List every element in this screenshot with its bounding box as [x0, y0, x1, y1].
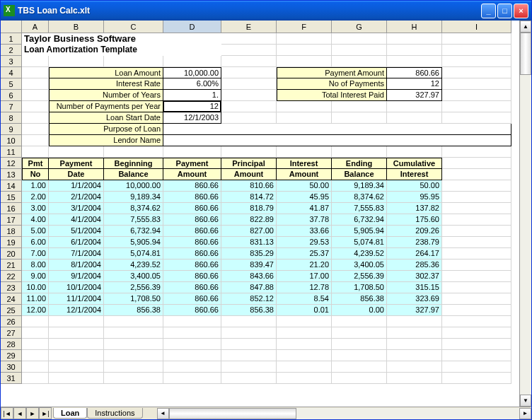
cell[interactable] — [442, 90, 511, 101]
cell[interactable] — [221, 101, 277, 112]
table-cell[interactable]: 860.66 — [163, 192, 221, 203]
cell[interactable] — [387, 316, 442, 327]
table-cell[interactable]: 12.00 — [22, 305, 49, 316]
input-value[interactable]: 1. — [163, 90, 221, 101]
cell[interactable] — [442, 146, 511, 158]
table-cell[interactable]: 814.72 — [221, 192, 277, 203]
scroll-up-button[interactable]: ▲ — [520, 21, 531, 33]
cell[interactable] — [22, 90, 49, 101]
cell[interactable] — [442, 271, 511, 282]
table-cell[interactable]: 839.47 — [221, 259, 277, 271]
first-sheet-button[interactable]: |◄ — [1, 407, 13, 419]
cell[interactable] — [221, 146, 277, 158]
cell[interactable] — [442, 316, 511, 327]
table-cell[interactable]: 2,556.39 — [332, 271, 387, 282]
table-header[interactable]: Pmt — [22, 158, 49, 169]
cell[interactable] — [221, 112, 277, 124]
output-label[interactable]: No of Payments — [277, 78, 387, 90]
table-cell[interactable]: 860.66 — [163, 203, 221, 214]
cell[interactable] — [442, 226, 511, 237]
vscroll-track[interactable] — [520, 33, 531, 395]
cell[interactable] — [49, 373, 104, 384]
table-cell[interactable]: 238.79 — [387, 237, 442, 248]
cell[interactable] — [49, 146, 104, 158]
cell[interactable] — [104, 316, 163, 327]
row-header-8[interactable]: 8 — [1, 112, 22, 124]
cell[interactable] — [163, 146, 221, 158]
table-cell[interactable]: 12.78 — [277, 282, 332, 293]
last-sheet-button[interactable]: ►| — [39, 407, 52, 419]
table-header[interactable]: Date — [49, 169, 104, 180]
cell[interactable] — [104, 56, 163, 67]
sheet-tab-loan[interactable]: Loan — [53, 408, 87, 419]
table-cell[interactable]: 818.79 — [221, 203, 277, 214]
vscroll-thumb[interactable] — [520, 33, 531, 75]
cell[interactable] — [442, 214, 511, 226]
row-header-18[interactable]: 18 — [1, 226, 22, 237]
cell[interactable] — [163, 350, 221, 361]
table-cell[interactable]: 323.69 — [387, 293, 442, 305]
cell[interactable] — [442, 78, 511, 90]
cell[interactable] — [387, 45, 442, 56]
cell[interactable] — [277, 361, 332, 373]
table-cell[interactable]: 1.00 — [22, 180, 49, 192]
cell[interactable] — [442, 237, 511, 248]
table-cell[interactable]: 860.66 — [163, 214, 221, 226]
col-header-E[interactable]: E — [221, 21, 277, 33]
table-cell[interactable]: 2/1/2004 — [49, 192, 104, 203]
row-header-6[interactable]: 6 — [1, 90, 22, 101]
cell[interactable] — [22, 78, 49, 90]
cell[interactable] — [104, 373, 163, 384]
table-cell[interactable]: 843.66 — [221, 271, 277, 282]
table-cell[interactable]: 21.20 — [277, 259, 332, 271]
table-cell[interactable]: 0.01 — [277, 305, 332, 316]
row-header-24[interactable]: 24 — [1, 293, 22, 305]
cell[interactable] — [22, 56, 49, 67]
table-header[interactable]: No — [22, 169, 49, 180]
table-cell[interactable]: 856.38 — [221, 305, 277, 316]
cell[interactable] — [22, 135, 49, 146]
table-cell[interactable]: 6/1/2004 — [49, 237, 104, 248]
table-cell[interactable]: 822.89 — [221, 214, 277, 226]
table-cell[interactable]: 327.97 — [387, 305, 442, 316]
cell[interactable] — [221, 67, 277, 78]
table-cell[interactable]: 175.60 — [387, 214, 442, 226]
table-cell[interactable]: 856.38 — [332, 293, 387, 305]
table-cell[interactable]: 41.87 — [277, 203, 332, 214]
cell[interactable] — [332, 350, 387, 361]
table-cell[interactable]: 4,239.52 — [104, 259, 163, 271]
table-cell[interactable]: 8.00 — [22, 259, 49, 271]
output-value[interactable]: 327.97 — [387, 90, 442, 101]
cell[interactable] — [442, 350, 511, 361]
table-header[interactable]: Amount — [277, 169, 332, 180]
table-cell[interactable]: 264.17 — [387, 248, 442, 259]
cell[interactable] — [221, 78, 277, 90]
table-cell[interactable]: 3,400.05 — [332, 259, 387, 271]
row-header-26[interactable]: 26 — [1, 316, 22, 327]
scroll-right-button[interactable]: ► — [519, 408, 531, 419]
select-all-corner[interactable] — [1, 21, 22, 33]
input-label[interactable]: Number of Payments per Year — [49, 101, 163, 112]
prev-sheet-button[interactable]: ◄ — [13, 407, 26, 419]
cell[interactable] — [332, 316, 387, 327]
table-cell[interactable]: 4,239.52 — [332, 248, 387, 259]
table-header[interactable]: Principal — [221, 158, 277, 169]
table-cell[interactable]: 860.66 — [163, 259, 221, 271]
vertical-scrollbar[interactable]: ▲ ▼ — [519, 21, 531, 407]
table-cell[interactable]: 6.00 — [22, 237, 49, 248]
cell[interactable] — [442, 305, 511, 316]
cell[interactable] — [332, 373, 387, 384]
cell[interactable] — [221, 45, 277, 56]
table-cell[interactable]: 5/1/2004 — [49, 226, 104, 237]
table-cell[interactable]: 3,400.05 — [104, 271, 163, 282]
row-header-17[interactable]: 17 — [1, 214, 22, 226]
cell[interactable] — [163, 361, 221, 373]
table-cell[interactable]: 5,905.94 — [332, 226, 387, 237]
row-header-30[interactable]: 30 — [1, 361, 22, 373]
cell[interactable] — [442, 192, 511, 203]
table-cell[interactable]: 9,189.34 — [332, 180, 387, 192]
row-header-25[interactable]: 25 — [1, 305, 22, 316]
table-cell[interactable]: 10,000.00 — [104, 180, 163, 192]
row-header-10[interactable]: 10 — [1, 135, 22, 146]
cell[interactable] — [442, 361, 511, 373]
